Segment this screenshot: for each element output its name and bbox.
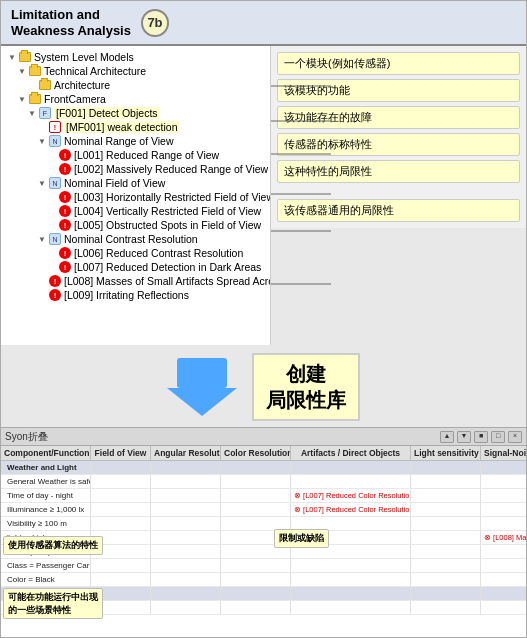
ss-cell-1-0: General Weather is safe xyxy=(1,475,91,488)
toolbar-btn-1[interactable]: ▲ xyxy=(440,431,454,443)
tree-item-17[interactable]: ! [L009] Irritating Reflections xyxy=(3,288,268,302)
title-line1: Limitation and xyxy=(11,7,100,22)
expand-icon-6: ▼ xyxy=(37,136,47,146)
node-icon-13: N xyxy=(49,233,61,245)
ss-cell-5-6: ⊗ [L008] Masses of Small Artifacts Sprea… xyxy=(481,531,526,544)
error-icon-7: ! xyxy=(59,149,71,161)
ss-cell-4-2 xyxy=(151,517,221,530)
toolbar-btn-5[interactable]: × xyxy=(508,431,522,443)
col-hdr-5: Light sensitivity xyxy=(411,446,481,460)
ss-cell-8-0: Color = Black xyxy=(1,573,91,586)
ss-cell-7-5 xyxy=(411,559,481,572)
main-container: Limitation and Weakness Analysis 7b ▼ Sy… xyxy=(0,0,527,638)
bottom-panel: Syon折叠 ▲ ▼ ■ □ × Component/Function Fiel… xyxy=(1,427,526,637)
tree-item-7[interactable]: ! [L001] Reduced Range of View xyxy=(3,148,268,162)
ss-cell-4-1 xyxy=(91,517,151,530)
ss-cell-5-5 xyxy=(411,531,481,544)
ss-cell-1-2 xyxy=(151,475,221,488)
ss-row-3: Illuminance ≥ 1,000 lx ⊗ [L007] Reduced … xyxy=(1,503,526,517)
toolbar-btn-4[interactable]: □ xyxy=(491,431,505,443)
ss-cell-7-0: Class = Passenger Car xyxy=(1,559,91,572)
expand-icon-15 xyxy=(47,262,57,272)
ss-cell-8-2 xyxy=(151,573,221,586)
annotation-0: 一个模块(例如传感器) xyxy=(277,52,520,75)
ss-cell-road-2 xyxy=(151,601,221,614)
col-headers: Component/Function Field of View Angular… xyxy=(1,446,526,461)
tree-item-0[interactable]: ▼ System Level Models xyxy=(3,50,268,64)
arrow-section: 创建 局限性库 xyxy=(1,345,526,427)
ss-cell-3-5 xyxy=(411,503,481,516)
node-icon-9: N xyxy=(49,177,61,189)
tree-item-8[interactable]: ! [L002] Massively Reduced Range of View xyxy=(3,162,268,176)
tree-item-16[interactable]: ! [L008] Masses of Small Artifacts Sprea… xyxy=(3,274,268,288)
tree-item-1[interactable]: ▼ Technical Architecture xyxy=(3,64,268,78)
tree-item-5[interactable]: ! [MF001] weak detection xyxy=(3,120,268,134)
section-header-0: Weather and Light xyxy=(1,461,526,475)
ss-cell-7-3 xyxy=(221,559,291,572)
expand-icon-2 xyxy=(27,80,37,90)
expand-icon-13: ▼ xyxy=(37,234,47,244)
toolbar-btn-2[interactable]: ▼ xyxy=(457,431,471,443)
section-cell-6-0 xyxy=(481,461,526,474)
error-icon-12: ! xyxy=(59,219,71,231)
ss-cell-8-5 xyxy=(411,573,481,586)
ss-cell-7-4 xyxy=(291,559,411,572)
section-road-4 xyxy=(291,587,411,600)
ss-cell-1-6 xyxy=(481,475,526,488)
tree-label-4: [F001] Detect Objects xyxy=(54,107,160,119)
top-section: ▼ System Level Models ▼ Technical Archit… xyxy=(1,46,526,427)
tree-item-9[interactable]: ▼ N Nominal Field of View xyxy=(3,176,268,190)
arrow-head xyxy=(167,388,237,416)
ss-cell-1-1 xyxy=(91,475,151,488)
ss-cell-road-6 xyxy=(481,601,526,614)
ss-cell-2-2 xyxy=(151,489,221,502)
tree-item-10[interactable]: ! [L003] Horizontally Restricted Field o… xyxy=(3,190,268,204)
ss-cell-2-4: ⊗ [L007] Reduced Color Resolution xyxy=(291,489,411,502)
ss-cell-6-6 xyxy=(481,545,526,558)
tree-label-6: Nominal Range of View xyxy=(64,135,174,147)
tree-item-6[interactable]: ▼ N Nominal Range of View xyxy=(3,134,268,148)
tree-item-12[interactable]: ! [L005] Obstructed Spots in Field of Vi… xyxy=(3,218,268,232)
header: Limitation and Weakness Analysis 7b xyxy=(1,1,526,46)
annotation-1: 该模块的功能 xyxy=(277,79,520,102)
expand-icon-0: ▼ xyxy=(7,52,17,62)
expand-icon-3: ▼ xyxy=(17,94,27,104)
col-hdr-2: Angular Resolution xyxy=(151,446,221,460)
ss-cell-road-3 xyxy=(221,601,291,614)
section-road-2 xyxy=(151,587,221,600)
callout-limitation: 限制或缺陷 xyxy=(274,529,329,548)
ss-cell-1-3 xyxy=(221,475,291,488)
tree-label-2: Architecture xyxy=(54,79,110,91)
tree-item-2[interactable]: Architecture xyxy=(3,78,268,92)
tree-item-14[interactable]: ! [L006] Reduced Contrast Resolution xyxy=(3,246,268,260)
tree-item-4[interactable]: ▼ F [F001] Detect Objects xyxy=(3,106,268,120)
tree-item-3[interactable]: ▼ FrontCamera xyxy=(3,92,268,106)
ss-cell-7-2 xyxy=(151,559,221,572)
ss-cell-road-5 xyxy=(411,601,481,614)
tree-item-11[interactable]: ! [L004] Vertically Restricted Field of … xyxy=(3,204,268,218)
create-library-line1: 创建 xyxy=(286,363,326,385)
tree-item-15[interactable]: ! [L007] Reduced Detection in Dark Areas xyxy=(3,260,268,274)
main-top: ▼ System Level Models ▼ Technical Archit… xyxy=(1,46,526,345)
toolbar-btn-3[interactable]: ■ xyxy=(474,431,488,443)
expand-icon-7 xyxy=(47,150,57,160)
tree-panel: ▼ System Level Models ▼ Technical Archit… xyxy=(1,46,271,345)
tree-label-8: [L002] Massively Reduced Range of View xyxy=(74,163,268,175)
ss-cell-2-3 xyxy=(221,489,291,502)
header-title: Limitation and Weakness Analysis xyxy=(11,7,131,38)
tree-item-13[interactable]: ▼ N Nominal Contrast Resolution xyxy=(3,232,268,246)
section-label-0: Weather and Light xyxy=(1,461,91,474)
col-hdr-1: Field of View xyxy=(91,446,151,460)
folder-icon-1 xyxy=(29,66,41,76)
col-hdr-4: Artifacts / Direct Objects xyxy=(291,446,411,460)
create-library-line2: 局限性库 xyxy=(266,389,346,411)
error-icon-11: ! xyxy=(59,205,71,217)
section-road-3 xyxy=(221,587,291,600)
ss-cell-2-5 xyxy=(411,489,481,502)
tree-label-16: [L008] Masses of Small Artifacts Spread … xyxy=(64,275,271,287)
error-icon-15: ! xyxy=(59,261,71,273)
ss-cell-1-4 xyxy=(291,475,411,488)
ss-row-4: Visibility ≥ 100 m xyxy=(1,517,526,531)
ss-row-7: Class = Passenger Car xyxy=(1,559,526,573)
annotations-area: 一个模块(例如传感器) 该模块的功能 该功能存在的故障 传感器的标称特性 这种特… xyxy=(271,46,526,345)
